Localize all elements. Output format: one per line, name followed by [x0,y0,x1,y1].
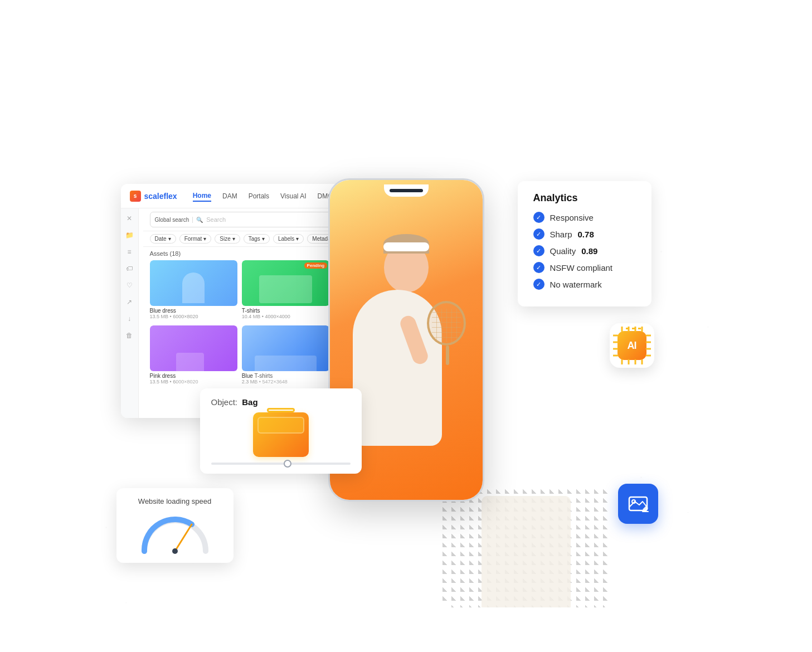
search-icon: 🔍 [196,217,203,223]
analytics-label-responsive: Responsive [550,213,594,222]
analytics-item-watermark: ✓ No watermark [533,279,636,290]
asset-tshirts[interactable]: Pending T-shirts 10.4 MB • 4000×4000 [242,260,329,321]
svg-line-0 [175,524,192,551]
layers-icon[interactable]: ≡ [125,247,134,256]
filter-tags[interactable]: Tags ▾ [244,234,270,244]
global-search-label: Global search [155,217,193,223]
analytics-item-sharp: ✓ Sharp 0.78 [533,228,636,240]
filter-size[interactable]: Size ▾ [215,234,240,244]
analytics-label-nsfw: NSFW compliant [550,263,613,273]
tag-icon[interactable]: 🏷 [125,264,134,273]
object-detection-card: Object: Bag [200,388,362,474]
check-icon-nsfw: ✓ [533,262,544,273]
analytics-card: Analytics ✓ Responsive ✓ Sharp 0.78 ✓ Qu… [518,181,651,306]
analytics-label-quality: Quality [550,246,576,256]
analytics-item-quality: ✓ Quality 0.89 [533,245,636,256]
filter-format[interactable]: Format ▾ [179,234,212,244]
analytics-item-responsive: ✓ Responsive [533,212,636,223]
analytics-item-nsfw: ✓ NSFW compliant [533,262,636,273]
racquet [427,301,469,357]
folder-icon[interactable]: 📁 [125,231,134,240]
check-icon-watermark: ✓ [533,279,544,290]
object-name: Bag [242,397,257,407]
nav-item-dam[interactable]: DAM [222,191,237,201]
dam-side-icons: ✕ 📁 ≡ 🏷 ♡ ↗ ↓ 🗑 [121,208,139,418]
speed-card-title: Website loading speed [128,497,222,505]
image-edit-card [618,484,658,524]
filter-labels[interactable]: Labels ▾ [273,234,304,244]
analytics-label-watermark: No watermark [550,280,602,289]
speedometer [128,512,222,554]
image-edit-icon [627,493,649,515]
analytics-label-sharp: Sharp [550,230,572,239]
phone-notch [384,184,429,197]
asset-blue-tshirts[interactable]: Blue T-shirts 2.3 MB • 5472×3648 [242,325,329,386]
asset-meta: 10.4 MB • 4000×4000 [242,314,329,319]
pending-badge: Pending [304,262,328,269]
share-icon[interactable]: ↗ [125,298,134,306]
download-icon[interactable]: ↓ [125,314,134,323]
analytics-card-title: Analytics [533,192,636,204]
filter-date[interactable]: Date ▾ [150,234,176,244]
check-icon-quality: ✓ [533,245,544,256]
trash-icon[interactable]: 🗑 [125,331,134,340]
selection-slider[interactable] [211,463,351,465]
asset-meta: 13.5 MB • 6000×8020 [150,314,237,319]
scaleflex-logo-icon: s [130,191,141,202]
asset-name: T-shirts [242,308,329,314]
asset-pink-dress[interactable]: Pink dress 13.5 MB • 6000×8020 [150,325,237,386]
main-composition: s scaleflex Home DAM Portals Visual AI D… [72,150,741,652]
phone-camera [390,189,423,192]
bg-removed-area [443,485,610,607]
svg-point-19 [632,500,635,503]
nav-item-visualai[interactable]: Visual AI [280,191,306,201]
check-icon-sharp: ✓ [533,228,544,240]
analytics-value-quality: 0.89 [581,246,597,256]
dam-logo: s scaleflex [130,191,177,202]
asset-blue-dress[interactable]: Blue dress 13.5 MB • 6000×8020 [150,260,237,321]
nav-item-portals[interactable]: Portals [249,191,269,201]
ai-chip: AI [617,331,646,360]
nav-item-home[interactable]: Home [193,191,211,202]
speed-card: Website loading speed [116,488,234,563]
svg-point-1 [172,548,178,554]
brand-name: scaleflex [144,192,177,201]
close-icon[interactable]: ✕ [125,214,134,223]
check-icon-responsive: ✓ [533,212,544,223]
analytics-value-sharp: 0.78 [578,230,594,239]
asset-name: Blue dress [150,308,237,314]
object-label: Object: Bag [211,397,351,407]
bag-thumbnail [253,412,309,457]
search-placeholder: Search [206,216,226,223]
ai-icon-card: AI [610,323,654,368]
heart-icon[interactable]: ♡ [125,281,134,290]
scene: s scaleflex Home DAM Portals Visual AI D… [0,0,812,652]
